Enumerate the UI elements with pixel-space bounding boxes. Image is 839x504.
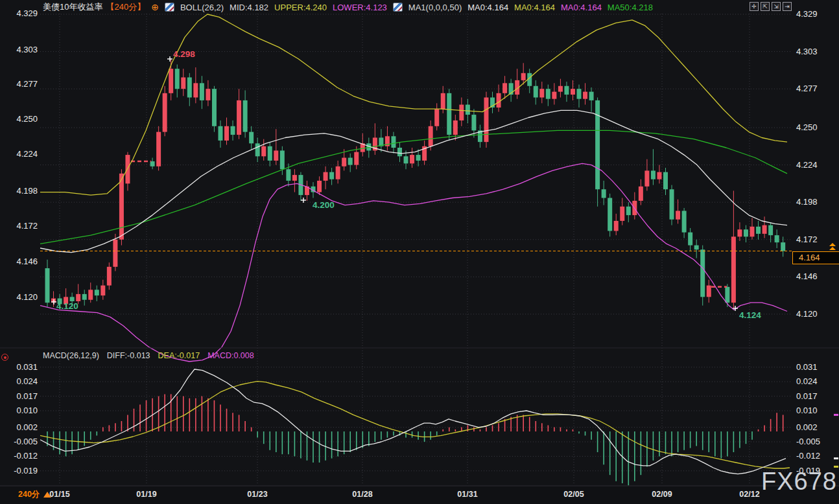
price-axis-label-right: 4.277: [796, 84, 818, 93]
timeframe-badge-label: 240分: [18, 489, 40, 500]
macd-axis-label-left: -0.012: [4, 451, 38, 461]
price-axis-label-left: 4.329: [4, 8, 38, 18]
chart-toolbar: ✛ ⇱ ⇲ ⇥: [750, 2, 792, 11]
macd-edge-tick: [834, 414, 838, 416]
main-indicator-header: 美债10年收益率 【240分】 ⊕ BOLL(26,2) MID:4.182 U…: [43, 1, 653, 13]
macd-axis-label-left: 0.010: [4, 406, 38, 415]
price-axis-label-right: 4.303: [796, 47, 818, 56]
date-axis-label: 02/12: [739, 490, 759, 499]
boll-upper-value: UPPER:4.240: [274, 3, 327, 12]
boll-label: BOLL(26,2): [180, 3, 224, 12]
macd-axis-label-right: 0.031: [796, 362, 818, 372]
macd-axis-label-left: 0.002: [4, 422, 38, 432]
current-price-value: 4.164: [799, 253, 820, 262]
price-axis-label-right: 4.224: [796, 160, 818, 170]
candles-layer: [45, 59, 786, 308]
date-axis-label: 01/28: [352, 490, 372, 499]
price-axis-label-right: 4.172: [796, 235, 818, 244]
price-axis-label-right: 4.250: [796, 122, 818, 132]
fx678-watermark: FX678: [761, 468, 837, 496]
chart-canvas[interactable]: 4.2984.1204.2004.124: [0, 0, 839, 504]
macd-axis-label-left: 0.024: [4, 376, 38, 386]
price-axis-label-left: 4.277: [4, 79, 38, 89]
price-annotation: 4.124: [739, 310, 761, 320]
macd-axis-label-left: 0.031: [4, 362, 38, 372]
date-axis-label: 01/23: [247, 490, 267, 499]
up-triangle-icon: [43, 492, 51, 498]
price-arrow-icon: [828, 243, 837, 251]
timeframe-badge[interactable]: 240分: [18, 489, 51, 500]
macd-axis-label-right: 0.002: [796, 422, 818, 432]
price-axis-label-right: 4.146: [796, 271, 818, 281]
price-axis-label-left: 4.250: [4, 114, 38, 124]
date-axis-label: 01/31: [457, 490, 477, 499]
price-axis-label-left: 4.303: [4, 45, 38, 54]
macd-axis-label-left: 0.017: [4, 391, 38, 401]
boll-mid-value: MID:4.182: [230, 3, 268, 12]
macd-dea-value: DEA:-0.017: [158, 351, 200, 360]
ma-indicator-icon[interactable]: [393, 3, 403, 12]
macd-axis-label-left: -0.019: [4, 466, 38, 475]
crosshair-icon[interactable]: ✛: [750, 2, 759, 11]
ma0-yellow-value: MA0:4.164: [514, 3, 555, 12]
chart-app: 4.2984.1204.2004.124 美债10年收益率 【240分】 ⊕ B…: [0, 0, 839, 504]
timeframe-label[interactable]: 【240分】: [106, 1, 145, 13]
price-axis-label-left: 4.120: [4, 292, 38, 302]
axis-scale-left-icon[interactable]: ⇱: [761, 2, 770, 11]
ma-label: MA1(0,0,0,50): [408, 3, 462, 12]
current-price-tag: 4.164: [792, 251, 839, 264]
macd-axis-label-left: -0.005: [4, 437, 38, 446]
macd-value: MACD:0.008: [207, 351, 254, 360]
price-axis-label-left: 4.146: [4, 257, 38, 266]
ma0-white-value: MA0:4.164: [467, 3, 508, 12]
boll-lower-value: LOWER:4.123: [333, 3, 387, 12]
macd-axis-label-right: -0.012: [796, 451, 820, 461]
boll-lower-line: [40, 163, 787, 361]
price-annotation: 4.298: [173, 49, 195, 59]
macd-axis-label-right: 0.024: [796, 376, 818, 386]
date-axis-label: 02/05: [563, 490, 584, 499]
ma0-magenta-value: MA0:4.164: [561, 3, 602, 12]
price-axis-label-left: 4.198: [4, 186, 38, 196]
axis-scale-right-icon[interactable]: ⇲: [772, 2, 781, 11]
date-axis-label: 01/15: [49, 490, 69, 499]
price-axis-label-left: 4.224: [4, 149, 38, 159]
macd-axis-label-right: -0.005: [796, 437, 820, 446]
boll-indicator-icon[interactable]: [165, 3, 174, 12]
add-indicator-icon[interactable]: ⊕: [151, 3, 159, 11]
macd-edge-tick: [834, 457, 838, 459]
price-axis-label-right: 4.120: [796, 309, 818, 319]
hot-indicator-icon[interactable]: [1, 354, 8, 361]
price-annotation: 4.120: [56, 301, 78, 311]
price-annotation: 4.200: [313, 200, 335, 210]
ma50-line: [40, 130, 787, 244]
ma50-value: MA50:4.218: [608, 3, 653, 12]
page-title: 美债10年收益率: [43, 1, 102, 13]
macd-histogram-layer: [47, 394, 783, 485]
price-axis-label-right: 4.198: [796, 197, 818, 207]
date-axis-label: 01/19: [136, 490, 156, 499]
price-axis-label-left: 4.172: [4, 221, 38, 231]
date-axis-label: 02/09: [652, 490, 672, 499]
macd-axis-label-right: 0.010: [796, 406, 818, 415]
exit-chart-icon[interactable]: ⇥: [783, 2, 792, 11]
price-axis-label-right: 4.329: [796, 9, 818, 19]
macd-label: MACD(26,12,9): [43, 351, 99, 360]
macd-indicator-header: MACD(26,12,9) DIFF:-0.013 DEA:-0.017 MAC…: [43, 350, 254, 361]
boll-mid-line: [40, 110, 787, 252]
macd-axis-label-right: 0.017: [796, 391, 818, 401]
macd-diff-value: DIFF:-0.013: [107, 351, 150, 360]
